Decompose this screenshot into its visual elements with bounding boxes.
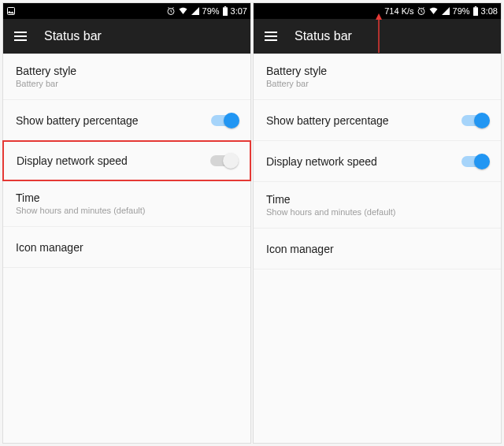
row-title: Battery style: [266, 65, 327, 77]
row-title: Display network speed: [17, 154, 128, 167]
toolbar: Status bar: [254, 19, 501, 54]
battery-percentage: 79%: [202, 6, 220, 16]
toggle-show-battery[interactable]: [211, 115, 238, 126]
row-show-battery-percentage[interactable]: Show battery percentage: [3, 100, 250, 141]
row-subtitle: Show hours and minutes (default): [16, 206, 145, 215]
clock-text: 3:07: [231, 6, 247, 16]
wifi-icon: [178, 6, 188, 16]
toolbar: Status bar: [3, 19, 250, 54]
alarm-icon: [417, 6, 426, 16]
menu-icon[interactable]: [14, 32, 27, 41]
row-title: Icon manager: [16, 241, 83, 254]
toggle-display-network-speed[interactable]: [461, 156, 488, 167]
row-subtitle: Battery bar: [266, 79, 327, 88]
svg-rect-3: [224, 6, 225, 7]
row-title: Time: [266, 193, 395, 206]
battery-percentage: 79%: [453, 6, 470, 16]
settings-list: Battery style Battery bar Show battery p…: [254, 54, 501, 443]
row-battery-style[interactable]: Battery style Battery bar: [254, 54, 501, 100]
network-speed-text: 714 K/s: [384, 6, 413, 16]
picture-icon: [6, 6, 16, 16]
row-title: Icon manager: [266, 243, 334, 255]
row-time[interactable]: Time Show hours and minutes (default): [3, 180, 250, 227]
status-bar: 79% 3:07: [3, 3, 250, 19]
page-title: Status bar: [295, 29, 352, 43]
row-time[interactable]: Time Show hours and minutes (default): [254, 182, 501, 229]
battery-icon: [222, 6, 228, 16]
row-display-network-speed[interactable]: Display network speed: [254, 141, 501, 182]
row-display-network-speed[interactable]: Display network speed: [2, 140, 251, 181]
wifi-icon: [428, 6, 439, 16]
row-icon-manager[interactable]: Icon manager: [254, 229, 501, 269]
row-show-battery-percentage[interactable]: Show battery percentage: [254, 100, 501, 141]
row-title: Time: [16, 191, 145, 204]
menu-icon[interactable]: [265, 32, 277, 41]
toggle-show-battery[interactable]: [461, 115, 488, 126]
page-title: Status bar: [44, 29, 102, 43]
battery-icon: [472, 6, 479, 16]
signal-icon: [191, 6, 200, 16]
row-subtitle: Battery bar: [16, 79, 76, 88]
row-title: Show battery percentage: [266, 114, 389, 127]
alarm-icon: [166, 6, 176, 16]
row-title: Display network speed: [266, 155, 377, 168]
screen-left: 79% 3:07 Status bar Battery style Batter…: [2, 2, 251, 444]
status-bar: 714 K/s 79% 3:08: [254, 3, 501, 19]
screen-right: 714 K/s 79% 3:08 Status bar Battery styl…: [253, 2, 502, 444]
row-icon-manager[interactable]: Icon manager: [3, 227, 250, 268]
clock-text: 3:08: [481, 6, 498, 16]
row-title: Battery style: [16, 65, 76, 77]
svg-rect-7: [473, 7, 478, 16]
signal-icon: [441, 6, 450, 16]
settings-list: Battery style Battery bar Show battery p…: [3, 54, 250, 443]
row-title: Show battery percentage: [16, 114, 139, 127]
toggle-display-network-speed[interactable]: [210, 155, 237, 166]
svg-rect-2: [223, 7, 228, 16]
row-subtitle: Show hours and minutes (default): [266, 207, 395, 217]
row-battery-style[interactable]: Battery style Battery bar: [3, 54, 250, 100]
svg-rect-8: [474, 6, 476, 7]
